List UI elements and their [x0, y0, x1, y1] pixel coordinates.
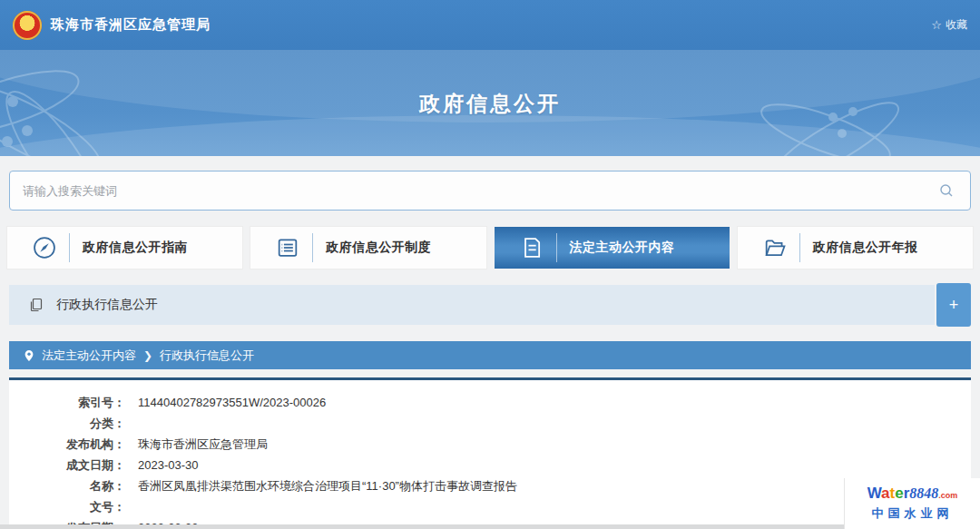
- field-publisher: 发布机构： 珠海市香洲区应急管理局: [9, 437, 971, 452]
- field-value: 珠海市香洲区应急管理局: [138, 437, 268, 452]
- tab-divider: [69, 233, 70, 262]
- brand-domain: .com: [938, 491, 957, 500]
- breadcrumb-separator: ❯: [143, 349, 152, 362]
- brand-number: 8848: [909, 485, 938, 501]
- field-written-date: 成文日期： 2023-03-30: [9, 458, 971, 473]
- document-detail-card: 索引号： 11440402782973551W/2023-00026 分类： 发…: [9, 377, 971, 529]
- search-input[interactable]: [23, 184, 936, 198]
- search-button[interactable]: [936, 180, 957, 201]
- accordion-title: 行政执行信息公开: [56, 297, 158, 313]
- brand-letter: e: [895, 485, 903, 502]
- document-icon: [518, 234, 545, 261]
- watermark-brand: Water8848.com: [867, 485, 958, 504]
- tab-divider: [799, 233, 800, 262]
- tab-label: 政府信息公开年报: [813, 240, 918, 256]
- breadcrumb-item-statutory[interactable]: 法定主动公开内容: [42, 348, 136, 364]
- brand-letter: W: [867, 485, 881, 502]
- favorite-button[interactable]: ☆ 收藏: [931, 17, 967, 33]
- field-label: 成文日期：: [9, 458, 125, 473]
- tab-annual-report[interactable]: 政府信息公开年报: [738, 227, 973, 269]
- folder-icon: [761, 234, 789, 261]
- tab-label: 政府信息公开制度: [326, 240, 431, 256]
- expand-button[interactable]: +: [936, 283, 971, 327]
- breadcrumb-item-admin-enforcement[interactable]: 行政执行信息公开: [160, 348, 254, 364]
- watermark-subtitle: 中国水业网: [872, 505, 954, 522]
- field-value: 香洲区凤凰排洪渠范围水环境综合治理项目“11·30”物体打击事故调查报告: [138, 479, 517, 494]
- search-section: [9, 171, 971, 211]
- copy-document-icon: [29, 298, 44, 312]
- accordion-row: 行政执行信息公开 +: [9, 283, 971, 327]
- top-header: ★ 珠海市香洲区应急管理局 ☆ 收藏: [0, 0, 980, 50]
- tab-divider: [556, 233, 557, 262]
- site-title: 珠海市香洲区应急管理局: [51, 16, 211, 34]
- tab-statutory-disclosure[interactable]: 法定主动公开内容: [495, 227, 730, 269]
- tab-disclosure-system[interactable]: 政府信息公开制度: [250, 227, 485, 269]
- field-label: 索引号：: [9, 396, 125, 410]
- field-value: 11440402782973551W/2023-00026: [138, 396, 326, 410]
- field-category: 分类：: [9, 416, 971, 431]
- location-pin-icon: [24, 349, 34, 362]
- field-index-number: 索引号： 11440402782973551W/2023-00026: [9, 396, 971, 410]
- document-list-icon: [274, 234, 301, 261]
- field-label: 名称：: [9, 479, 125, 494]
- bottom-edge-divider: [0, 524, 980, 529]
- star-icon: ☆: [931, 18, 942, 32]
- tab-bar: 政府信息公开指南 政府信息公开制度 法定主动公开内容: [7, 227, 973, 269]
- page-banner: 政府信息公开: [0, 50, 980, 156]
- page-title: 政府信息公开: [0, 90, 980, 118]
- tab-divider: [312, 233, 313, 262]
- search-icon: [939, 183, 954, 198]
- field-doc-number: 文号：: [9, 500, 971, 514]
- field-title: 名称： 香洲区凤凰排洪渠范围水环境综合治理项目“11·30”物体打击事故调查报告: [9, 479, 971, 494]
- tab-disclosure-guide[interactable]: 政府信息公开指南: [7, 227, 242, 269]
- search-box: [9, 171, 971, 211]
- national-emblem-icon: ★: [13, 11, 42, 40]
- water8848-watermark: Water8848.com 中国水业网: [844, 478, 980, 529]
- field-label: 分类：: [9, 416, 125, 431]
- brand-letter: a: [881, 485, 889, 502]
- breadcrumb: 法定主动公开内容 ❯ 行政执行信息公开: [9, 341, 971, 369]
- field-value: 2023-03-30: [138, 458, 199, 473]
- accordion-admin-enforcement[interactable]: 行政执行信息公开: [9, 285, 935, 325]
- compass-icon: [31, 234, 58, 261]
- tab-label: 政府信息公开指南: [83, 240, 188, 256]
- tab-label: 法定主动公开内容: [570, 240, 675, 256]
- field-label: 发布机构：: [9, 437, 125, 452]
- field-label: 文号：: [9, 500, 125, 514]
- favorite-label: 收藏: [946, 17, 967, 33]
